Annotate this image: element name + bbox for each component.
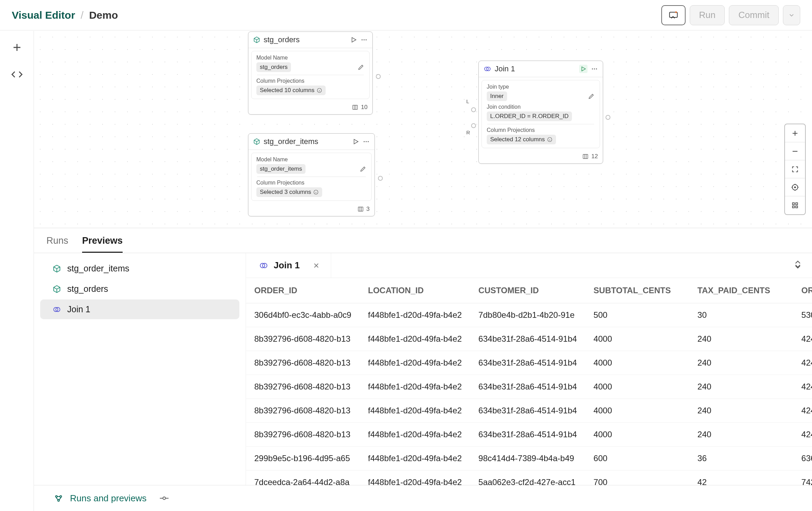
fullscreen-button[interactable] — [785, 160, 805, 178]
svg-point-9 — [368, 141, 369, 142]
svg-point-4 — [365, 39, 367, 41]
column-header[interactable]: ORDER_ID — [246, 278, 360, 303]
table-row[interactable]: 8b392796-d608-4820-b13f448bfe1-d20d-49fa… — [246, 399, 812, 423]
table-cell: 8b392796-d608-4820-b13 — [246, 399, 360, 423]
column-header[interactable]: CUSTOMER_ID — [470, 278, 585, 303]
svg-point-7 — [364, 141, 365, 142]
table-row[interactable]: 8b392796-d608-4820-b13f448bfe1-d20d-49fa… — [246, 351, 812, 375]
edit-icon[interactable] — [360, 165, 367, 172]
cube-icon — [53, 285, 62, 294]
center-button[interactable] — [785, 178, 805, 196]
run-button[interactable]: Run — [690, 5, 725, 25]
add-button[interactable] — [10, 41, 24, 54]
column-header[interactable]: ORDER_TOT — [793, 278, 812, 303]
tab-previews[interactable]: Previews — [82, 235, 123, 253]
runs-previews-footer[interactable]: Runs and previews — [53, 493, 147, 504]
table-cell: 634be31f-28a6-4514-91b4 — [470, 423, 585, 447]
preview-main: Join 1 ORDER_IDLOCATION_IDCUSTOMER_IDSUB… — [246, 253, 812, 485]
input-port-r[interactable] — [471, 123, 476, 128]
node-menu-icon[interactable] — [361, 36, 368, 43]
node-menu-icon[interactable] — [591, 65, 598, 72]
run-node-icon[interactable] — [350, 36, 357, 43]
table-cell: f448bfe1-d20d-49fa-b4e2 — [360, 423, 470, 447]
projections-chip[interactable]: Selected 3 columns — [256, 187, 322, 197]
data-grid[interactable]: ORDER_IDLOCATION_IDCUSTOMER_IDSUBTOTAL_C… — [246, 278, 812, 485]
table-row[interactable]: 8b392796-d608-4820-b13f448bfe1-d20d-49fa… — [246, 423, 812, 447]
breadcrumb-project[interactable]: Demo — [89, 9, 118, 21]
table-row[interactable]: 306d4bf0-ec3c-4abb-a0c9f448bfe1-d20d-49f… — [246, 303, 812, 327]
model-name-label: Model Name — [256, 55, 364, 61]
join-type-chip[interactable]: Inner — [487, 91, 507, 101]
ai-assist-button[interactable] — [661, 5, 686, 25]
cube-icon — [253, 36, 260, 43]
node-stg-orders[interactable]: stg_orders Model Name stg_orders Column … — [248, 32, 373, 115]
table-cell: 98c414d4-7389-4b4a-b49 — [470, 447, 585, 470]
svg-point-16 — [596, 69, 597, 70]
table-row[interactable]: 8b392796-d608-4820-b13f448bfe1-d20d-49fa… — [246, 327, 812, 351]
projections-label: Column Projections — [256, 180, 367, 186]
table-cell: f448bfe1-d20d-49fa-b4e2 — [360, 447, 470, 470]
table-cell: 240 — [689, 399, 793, 423]
edit-icon[interactable] — [358, 64, 364, 71]
zoom-out-button[interactable] — [785, 142, 805, 160]
table-cell: 8b392796-d608-4820-b13 — [246, 423, 360, 447]
svg-point-8 — [366, 141, 367, 142]
column-header[interactable]: SUBTOTAL_CENTS — [585, 278, 689, 303]
list-item-label: stg_order_items — [67, 263, 129, 274]
join-condition-chip[interactable]: L.ORDER_ID = R.ORDER_ID — [487, 111, 572, 121]
svg-rect-24 — [796, 206, 798, 208]
input-port-l[interactable] — [471, 107, 476, 112]
svg-point-1 — [675, 11, 677, 13]
close-icon[interactable] — [310, 259, 323, 272]
zoom-in-button[interactable] — [785, 124, 805, 142]
column-header[interactable]: TAX_PAID_CENTS — [689, 278, 793, 303]
model-name-chip[interactable]: stg_order_items — [256, 164, 306, 174]
svg-rect-6 — [353, 105, 358, 109]
svg-point-32 — [163, 497, 166, 500]
projections-chip[interactable]: Selected 10 columns — [256, 86, 326, 95]
output-port[interactable] — [606, 115, 610, 120]
model-name-chip[interactable]: stg_orders — [256, 62, 291, 72]
table-cell: 4240 — [793, 327, 812, 351]
table-cell: 8b392796-d608-4820-b13 — [246, 375, 360, 399]
list-item[interactable]: stg_order_items — [40, 259, 239, 278]
table-row[interactable]: 8b392796-d608-4820-b13f448bfe1-d20d-49fa… — [246, 375, 812, 399]
list-item[interactable]: Join 1 — [40, 299, 239, 319]
projections-chip-text: Selected 12 columns — [490, 136, 545, 143]
table-row[interactable]: 299b9e5c-b196-4d95-a65f448bfe1-d20d-49fa… — [246, 447, 812, 470]
edit-icon[interactable] — [588, 93, 595, 100]
commit-graph-icon[interactable] — [159, 493, 169, 503]
svg-rect-22 — [796, 203, 798, 205]
layout-button[interactable] — [785, 196, 805, 214]
collapse-panel-icon[interactable] — [793, 262, 802, 269]
table-cell: 4000 — [585, 327, 689, 351]
table-cell: 7db80e4b-d2b1-4b20-91e — [470, 303, 585, 327]
breadcrumb-app[interactable]: Visual Editor — [12, 9, 75, 21]
list-item-label: stg_orders — [67, 284, 108, 294]
node-stg-order-items[interactable]: stg_order_items Model Name stg_order_ite… — [248, 133, 375, 216]
output-port[interactable] — [378, 176, 383, 181]
svg-rect-11 — [358, 207, 363, 211]
table-cell: f448bfe1-d20d-49fa-b4e2 — [360, 351, 470, 375]
canvas[interactable]: stg_orders Model Name stg_orders Column … — [34, 31, 812, 227]
list-item[interactable]: stg_orders — [40, 279, 239, 299]
column-header[interactable]: LOCATION_ID — [360, 278, 470, 303]
table-cell: 500 — [585, 303, 689, 327]
node-menu-icon[interactable] — [363, 138, 370, 145]
table-cell: 4000 — [585, 423, 689, 447]
port-l-label: L — [466, 98, 469, 104]
output-port[interactable] — [376, 74, 381, 79]
table-cell: 8b392796-d608-4820-b13 — [246, 351, 360, 375]
info-icon — [317, 88, 322, 93]
cube-icon — [253, 138, 260, 145]
commit-dropdown-button[interactable] — [783, 5, 800, 25]
table-row[interactable]: 7dceedca-2a64-44d2-a8af448bfe1-d20d-49fa… — [246, 470, 812, 485]
commit-button[interactable]: Commit — [729, 5, 779, 25]
preview-list: stg_order_items stg_orders Join 1 — [34, 253, 246, 485]
node-join-1[interactable]: Join 1 Join type Inner Join condition L.… — [478, 61, 603, 164]
code-view-button[interactable] — [10, 68, 24, 81]
run-node-icon[interactable] — [579, 65, 588, 73]
projections-chip[interactable]: Selected 12 columns — [487, 135, 556, 144]
tab-runs[interactable]: Runs — [46, 235, 68, 253]
run-node-icon[interactable] — [352, 138, 359, 145]
